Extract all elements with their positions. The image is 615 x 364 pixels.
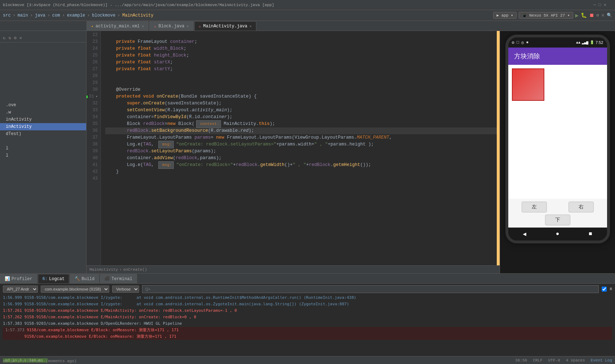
log-entry-4: 1:57.262 9158-9158/com.example.blockmove… — [3, 314, 612, 320]
tab-terminal[interactable]: ⬛ Terminal — [100, 274, 137, 283]
msg-tooltip-41: msg: — [158, 161, 174, 169]
sidebar-item-inactivity[interactable]: inActivity — [0, 123, 86, 130]
profiler-icon: 📊 — [5, 276, 10, 282]
line-num-36: 36 — [87, 127, 98, 134]
code-line-30: @Override — [105, 86, 500, 93]
breadcrumb-example[interactable]: example — [67, 13, 85, 18]
breadcrumb-mainactivity[interactable]: MainActivity — [122, 13, 153, 18]
code-area: 22 23 24 25 26 27 28 29 30 31 ▾ 32 33 34… — [87, 31, 500, 265]
code-content[interactable]: private FrameLayout container; private f… — [101, 31, 500, 265]
line-num-29: 29 — [87, 80, 98, 86]
line-num-34: 34 — [87, 114, 98, 121]
breadcrumb-java[interactable]: java — [35, 13, 45, 18]
msg-tooltip-38: msg: — [158, 141, 174, 148]
encoding: UTF-8 — [548, 358, 560, 363]
path-text: blockmove [3:AvSpace (hird_phase/blockmo… — [3, 3, 274, 7]
phone-buttons-area: 左 右 下 — [508, 199, 607, 228]
log-entry-1: 1:56.999 9158-9158/com.example.blockmove… — [3, 295, 612, 301]
bottom-panel: 📊 Profiler 6: Logcat 🔨 Build ⬛ Terminal … — [0, 273, 615, 356]
line-num-35: 35 — [87, 121, 98, 127]
code-line-27: private float startY; — [105, 66, 500, 73]
breadcrumb-blockmove[interactable]: blockmove — [92, 13, 115, 18]
direction-buttons-row2: 下 — [545, 215, 570, 225]
line-num-30: 30 — [87, 86, 98, 93]
code-line-37: FrameLayout.LayoutParams params= new Fra… — [105, 134, 500, 141]
down-button[interactable]: 下 — [545, 215, 570, 225]
package-dropdown[interactable]: com.example.blockmove (9158) — [41, 286, 109, 293]
breadcrumb-bar: src › main › java › com › example › bloc… — [0, 10, 615, 21]
tab-block-java[interactable]: ☕ Block.java ✕ — [149, 21, 193, 31]
java-icon-block: ☕ — [154, 24, 156, 28]
debug-button[interactable]: 🐛 — [581, 12, 587, 18]
loglevel-dropdown[interactable]: Verbose Debug Info Error — [112, 286, 139, 293]
phone-frame: ⚙ □ ◎ ● ▲▲ ▂▄▆ 🔋 7:52 方块消除 — [505, 35, 610, 243]
sidebar-item-extra1[interactable]: l — [0, 152, 86, 159]
cursor-position: 36:56 — [515, 358, 527, 363]
close-tab-block[interactable]: ✕ — [187, 24, 189, 28]
editor-breadcrumb-class: MainActivity — [89, 268, 118, 272]
tab-activity-main[interactable]: ✦ activity_main.xml ✕ — [87, 21, 149, 31]
bottom-message: ed in 3 s 748 ms. (moments ago) — [0, 358, 80, 364]
sidebar-close-icon[interactable]: ✕ — [19, 35, 22, 41]
sidebar-settings-icon[interactable]: ⚙ — [14, 35, 16, 41]
regex-checkbox[interactable] — [602, 287, 607, 292]
phone-app-toolbar: 方块消除 — [508, 48, 607, 65]
code-line-31: protected void onCreate(Bundle savedInst… — [105, 93, 500, 100]
sidebar-item-dtest-label: dTest) — [6, 131, 21, 136]
tab-build[interactable]: 🔨 Build — [70, 274, 99, 283]
window-controls[interactable]: — □ ✕ — [593, 2, 606, 8]
sidebar-item-dtest[interactable]: dTest) — [0, 130, 86, 138]
line-num-26: 26 — [87, 59, 98, 66]
line-num-42: 42 — [87, 168, 98, 175]
app-selector[interactable]: ▶ app ▾ — [493, 12, 516, 19]
back-nav-icon[interactable]: ◀ — [523, 230, 526, 238]
square-icon: □ — [517, 40, 519, 45]
sidebar-item-mainxml[interactable]: l — [0, 145, 86, 152]
tab-logcat[interactable]: 6: Logcat — [38, 274, 70, 283]
line-num-23: 23 — [87, 39, 98, 45]
editor-breadcrumb-method: onCreate() — [123, 268, 147, 272]
sidebar-item-label: .w — [6, 110, 11, 115]
log-search-input[interactable] — [142, 285, 599, 293]
line-num-25: 25 — [87, 52, 98, 59]
code-line-39: redBlock.setLayoutParams(params); — [105, 148, 500, 155]
code-line-29 — [105, 80, 500, 86]
run-button[interactable]: ▶ — [575, 12, 579, 19]
phone-app-content — [508, 65, 607, 199]
breadcrumb-main[interactable]: main — [18, 13, 28, 18]
event-log[interactable]: Event Log — [591, 358, 612, 363]
sidebar-expand-icon[interactable]: ⇅ — [8, 35, 11, 41]
device-selector[interactable]: 📱 Nexus 5X API 27 ▾ — [519, 12, 573, 19]
breadcrumb-src[interactable]: src — [3, 13, 11, 18]
right-button[interactable]: 右 — [568, 202, 594, 212]
home-nav-icon[interactable]: ● — [556, 231, 559, 237]
log-entry-2: 1:56.999 9158-9158/com.example.blockmove… — [3, 301, 612, 307]
editor-tab-bar: ✦ activity_main.xml ✕ ☕ Block.java ✕ ☕ M… — [0, 21, 615, 31]
tab-main-activity[interactable]: ☕ MainActivity.java ✕ — [194, 21, 256, 31]
line-num-24: 24 — [87, 45, 98, 52]
stop-button[interactable]: ⏹ — [589, 13, 594, 18]
breadcrumb-arrow: › — [119, 268, 122, 272]
bottom-tab-bar: 📊 Profiler 6: Logcat 🔨 Build ⬛ Terminal — [0, 274, 615, 284]
breadcrumb-com[interactable]: com — [52, 13, 60, 18]
phone-nav-bar: ◀ ● ■ — [508, 228, 607, 241]
sidebar-item-label: l — [6, 146, 8, 151]
left-button[interactable]: 左 — [522, 202, 547, 212]
signal-icon: ▂▄▆ — [582, 40, 588, 45]
sep2: › — [30, 13, 33, 18]
code-line-24: private float width_Block; — [105, 45, 500, 52]
close-tab-main[interactable]: ✕ — [249, 24, 252, 28]
recents-nav-icon[interactable]: ■ — [589, 231, 592, 237]
sidebar-sync-icon[interactable]: ↻ — [3, 35, 5, 41]
sidebar-item-move[interactable]: .w — [0, 109, 86, 116]
phone-settings-icons: ⚙ □ ◎ ● — [512, 40, 529, 45]
sidebar-item-inactivity-label: inActivity — [6, 124, 32, 129]
code-line-42: } — [105, 168, 500, 175]
device-dropdown[interactable]: API_27 Andr — [3, 286, 38, 293]
sidebar-item-new[interactable]: inActivity — [0, 116, 86, 123]
code-line-34: container=findViewById(R.id.container); — [105, 114, 500, 121]
tab-profiler[interactable]: 📊 Profiler — [0, 274, 37, 283]
close-tab-activity-main[interactable]: ✕ — [142, 24, 144, 28]
sidebar-item-blockmove[interactable]: .ove — [0, 102, 86, 109]
sidebar-item-label: l — [6, 153, 8, 158]
